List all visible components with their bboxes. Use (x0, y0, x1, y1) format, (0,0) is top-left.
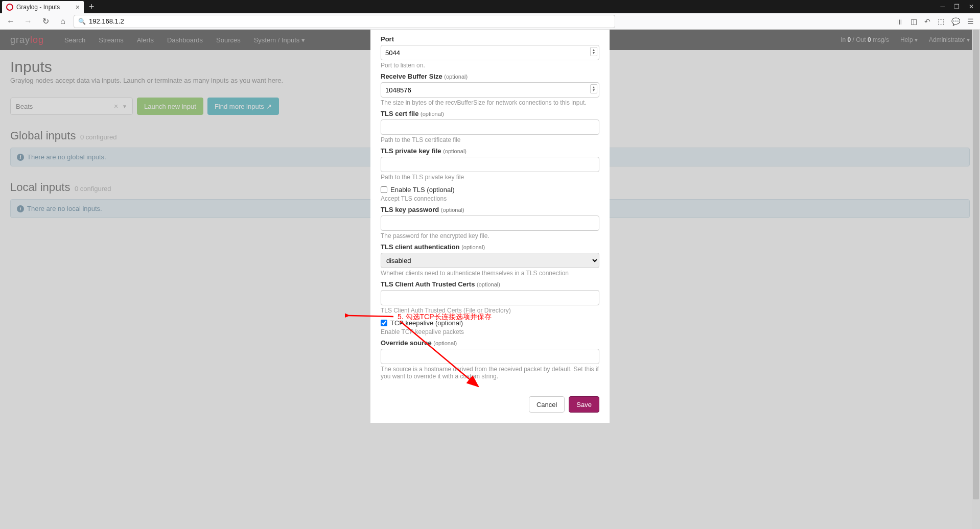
port-label: Port (381, 35, 599, 43)
number-spinner[interactable]: ▴▾ (590, 84, 597, 93)
home-button[interactable]: ⌂ (56, 15, 69, 28)
port-input[interactable] (381, 45, 599, 60)
help-menu[interactable]: Help ▾ (900, 36, 918, 43)
enable-tls-help: Accept TLS connections (381, 195, 599, 202)
enable-tls-checkbox[interactable] (381, 186, 387, 193)
launch-input-button[interactable]: Launch new input (137, 98, 203, 115)
nav-search[interactable]: Search (64, 36, 85, 44)
nav-sources[interactable]: Sources (216, 36, 241, 44)
global-inputs-count: 0 configured (80, 133, 117, 141)
tls-cert-label: TLS cert file (optional) (381, 110, 599, 117)
addon-icon[interactable]: ⬚ (938, 17, 944, 26)
undo-icon[interactable]: ↶ (924, 17, 930, 26)
tls-keypass-input[interactable] (381, 215, 599, 226)
global-inputs-heading: Global inputs (10, 129, 76, 142)
recv-buffer-label: Receive Buffer Size (optional) (381, 73, 599, 80)
close-tab-icon[interactable]: × (76, 3, 80, 11)
port-help: Port to listen on. (381, 62, 599, 69)
nav-dashboards[interactable]: Dashboards (167, 36, 203, 44)
tab-favicon (6, 4, 13, 11)
clear-icon[interactable]: × (114, 102, 118, 110)
url-bar[interactable]: 🔍 (74, 15, 615, 28)
find-inputs-button[interactable]: Find more inputs ↗ (207, 98, 279, 115)
recv-buffer-help: The size in bytes of the recvBufferSize … (381, 99, 599, 106)
graylog-logo[interactable]: graylog (10, 35, 44, 45)
library-icon[interactable]: ⫼ (896, 17, 903, 26)
tab-title: Graylog - Inputs (16, 4, 73, 11)
browser-toolbar: ← → ↻ ⌂ 🔍 ⫼ ◫ ↶ ⬚ 💬 ☰ (0, 13, 980, 30)
local-inputs-count: 0 configured (75, 185, 111, 193)
select-value: Beats (16, 103, 33, 110)
tls-cert-help: Path to the TLS certificate file (381, 136, 599, 143)
number-spinner[interactable]: ▴▾ (590, 47, 597, 56)
tls-pkey-help: Path to the TLS private key file (381, 174, 599, 181)
throughput-status: In 0 / Out 0 msg/s (841, 36, 889, 43)
window-controls: ─ ❐ ✕ (940, 3, 980, 10)
chevron-down-icon: ▼ (122, 104, 127, 109)
chat-icon[interactable]: 💬 (951, 17, 960, 26)
search-icon: 🔍 (78, 18, 86, 25)
browser-tab-bar: Graylog - Inputs × + ─ ❐ ✕ (0, 0, 980, 13)
maximize-icon[interactable]: ❐ (954, 3, 960, 10)
scrollbar[interactable] (972, 30, 980, 226)
external-link-icon: ↗ (266, 103, 272, 110)
input-config-modal: Port ▴▾ Port to listen on. Receive Buffe… (370, 30, 610, 226)
info-icon: i (17, 154, 24, 161)
recv-buffer-input[interactable] (381, 82, 599, 98)
tls-pkey-input[interactable] (381, 157, 599, 172)
info-icon: i (17, 205, 24, 212)
url-input[interactable] (89, 17, 611, 25)
forward-button[interactable]: → (21, 15, 35, 28)
scrollbar-thumb[interactable] (973, 30, 979, 226)
tls-cert-input[interactable] (381, 119, 599, 135)
menu-icon[interactable]: ☰ (967, 17, 974, 26)
tls-pkey-label: TLS private key file (optional) (381, 147, 599, 155)
nav-system[interactable]: System / Inputs ▾ (254, 36, 305, 44)
back-button[interactable]: ← (4, 15, 17, 28)
browser-tab[interactable]: Graylog - Inputs × (2, 1, 84, 13)
new-tab-button[interactable]: + (89, 2, 95, 12)
minimize-icon[interactable]: ─ (940, 3, 945, 10)
tls-keypass-label: TLS key password (optional) (381, 206, 599, 213)
nav-streams[interactable]: Streams (99, 36, 123, 44)
nav-alerts[interactable]: Alerts (137, 36, 154, 44)
reload-button[interactable]: ↻ (39, 15, 52, 28)
enable-tls-label: Enable TLS (optional) (390, 186, 455, 194)
close-window-icon[interactable]: ✕ (969, 3, 974, 10)
sidebar-icon[interactable]: ◫ (911, 17, 917, 26)
local-inputs-heading: Local inputs (10, 181, 70, 194)
admin-menu[interactable]: Administrator ▾ (929, 36, 970, 43)
input-type-select[interactable]: Beats × ▼ (10, 98, 133, 115)
